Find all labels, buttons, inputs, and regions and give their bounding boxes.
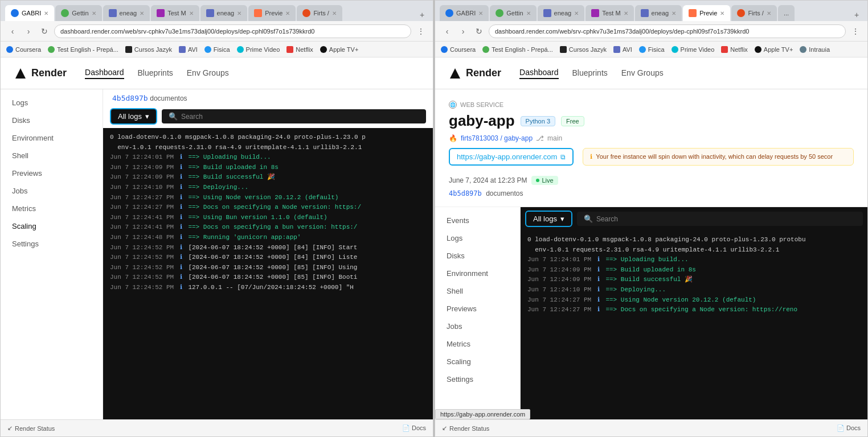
new-tab-btn-left[interactable]: + (416, 9, 428, 21)
address-bar-right[interactable]: dashboard.render.com/web/srv-cphkv7u3e1m… (489, 24, 846, 38)
bookmark-cursos-right[interactable]: Cursos Jazyk (560, 46, 607, 53)
sidebar-item-settings-right[interactable]: Settings (435, 370, 520, 388)
sidebar-item-previews-right[interactable]: Previews (435, 300, 520, 318)
bookmark-prime-left[interactable]: Prime Video (237, 46, 280, 53)
tab-eneag1-right[interactable]: eneag ✕ (538, 5, 585, 21)
tab-previe-left[interactable]: Previe ✕ (248, 5, 296, 21)
tab-testm-left[interactable]: Test M ✕ (151, 5, 199, 21)
left-search-placeholder: Search (181, 113, 203, 121)
right-logs-dropdown[interactable]: All logs ▾ (525, 211, 572, 227)
sidebar-item-settings-left[interactable]: Settings (1, 235, 103, 253)
back-btn-right[interactable]: ‹ (441, 25, 453, 38)
forward-btn-right[interactable]: › (457, 25, 469, 38)
tab-gettin-right[interactable]: Gettin ✕ (490, 5, 536, 21)
address-bar-left[interactable]: dashboard.render.com/web/srv-cphkv7u3e1m… (54, 24, 411, 38)
nav-blueprints-right[interactable]: Blueprints (572, 68, 608, 79)
bookmark-intrauia-right[interactable]: Intrauia (800, 46, 830, 53)
render-logo-right[interactable]: Render (449, 67, 501, 80)
render-status-icon-left: ↙ (7, 424, 13, 432)
new-tab-btn-right[interactable]: + (850, 9, 863, 21)
bookmark-prime-right[interactable]: Prime Video (672, 46, 715, 53)
tab-eneag1-right-close[interactable]: ✕ (574, 10, 579, 17)
tab-testm-right[interactable]: Test M ✕ (586, 5, 633, 21)
left-commit-hash: 4b5d897b (112, 94, 148, 102)
reload-btn-right[interactable]: ↻ (473, 25, 485, 38)
bookmark-avi-left[interactable]: AVI (179, 46, 198, 53)
bookmark-testenglish-right[interactable]: Test English - Prepá... (482, 46, 553, 53)
sidebar-item-previews-left[interactable]: Previews (1, 164, 103, 182)
left-logs-search[interactable]: 🔍 Search (162, 109, 426, 123)
sidebar-item-disks-left[interactable]: Disks (1, 112, 103, 129)
tab-eneag2-right-close[interactable]: ✕ (672, 10, 676, 17)
tab-firts-left[interactable]: Firts / ✕ (297, 5, 342, 21)
address-text-right: dashboard.render.com/web/srv-cphkv7u3e1m… (495, 28, 749, 35)
bookmark-appletv-left[interactable]: Apple TV+ (320, 46, 358, 53)
tab-firts-right[interactable]: Firts / ✕ (731, 5, 777, 21)
tab-eneag1-left[interactable]: eneag ✕ (103, 5, 150, 21)
bookmark-testenglish-left[interactable]: Test English - Prepá... (48, 46, 118, 53)
forward-btn-left[interactable]: › (22, 25, 35, 38)
bookmark-fisica-left[interactable]: Fisica (204, 46, 230, 53)
tab-previe-left-close[interactable]: ✕ (285, 10, 290, 17)
back-btn-left[interactable]: ‹ (6, 25, 19, 38)
tab-eneag2-left-close[interactable]: ✕ (237, 10, 241, 17)
left-footer-render-status[interactable]: ↙ Render Status (7, 424, 55, 432)
sidebar-item-metrics-left[interactable]: Metrics (1, 200, 103, 217)
nav-blueprints-left[interactable]: Blueprints (138, 68, 173, 79)
tab-gettin-right-close[interactable]: ✕ (526, 10, 531, 17)
sidebar-item-disks-right[interactable]: Disks (435, 247, 520, 265)
bookmark-fisica-right[interactable]: Fisica (639, 46, 665, 53)
reload-btn-left[interactable]: ↻ (38, 25, 51, 38)
tab-eneag2-left[interactable]: eneag ✕ (200, 5, 248, 21)
render-logo-left[interactable]: Render (14, 67, 67, 80)
bookmark-coursera-left[interactable]: Coursera (6, 46, 41, 53)
right-footer-docs[interactable]: 📄 Docs (837, 424, 861, 432)
bookmark-netflix-left[interactable]: Netflix (286, 46, 313, 53)
sidebar-item-metrics-right[interactable]: Metrics (435, 335, 520, 353)
tab-gettin-left-close[interactable]: ✕ (92, 10, 96, 17)
tab-firts-right-close[interactable]: ✕ (767, 10, 771, 17)
sidebar-item-shell-left[interactable]: Shell (1, 147, 103, 164)
sidebar-item-scaling-left[interactable]: Scaling (1, 217, 103, 235)
right-footer-render-status[interactable]: ↙ Render Status (442, 424, 489, 432)
nav-dashboard-left[interactable]: Dashboard (85, 68, 124, 79)
sidebar-item-environment-left[interactable]: Environment (1, 129, 103, 147)
bookmark-cursos-left[interactable]: Cursos Jazyk (125, 46, 172, 53)
bookmark-appletv-right[interactable]: Apple TV+ (755, 46, 793, 53)
nav-dashboard-right[interactable]: Dashboard (519, 68, 559, 79)
tab-extra-right[interactable]: ... (778, 5, 795, 21)
tab-eneag1-left-close[interactable]: ✕ (140, 10, 144, 17)
extensions-btn-right[interactable]: ⋮ (849, 25, 862, 38)
sidebar-item-logs-left[interactable]: Logs (1, 94, 103, 112)
left-footer-docs[interactable]: 📄 Docs (402, 424, 426, 432)
service-url-box[interactable]: https://gaby-app.onrender.com ⧉ (449, 148, 574, 166)
sidebar-item-shell-right[interactable]: Shell (435, 282, 520, 300)
tab-previe-right-close[interactable]: ✕ (720, 10, 724, 17)
sidebar-item-scaling-right[interactable]: Scaling (435, 353, 520, 370)
extensions-btn-left[interactable]: ⋮ (415, 25, 427, 38)
tab-testm-right-close[interactable]: ✕ (624, 10, 628, 17)
sidebar-item-logs-right[interactable]: Logs (435, 229, 520, 247)
nav-envgroups-right[interactable]: Env Groups (621, 68, 664, 79)
tab-gabri-right[interactable]: GABRI ✕ (440, 5, 489, 21)
bookmark-coursera-right[interactable]: Coursera (441, 46, 476, 53)
tab-gabri-right-close[interactable]: ✕ (478, 10, 483, 17)
left-logs-dropdown[interactable]: All logs ▾ (110, 108, 157, 125)
sidebar-item-jobs-right[interactable]: Jobs (435, 318, 520, 335)
tab-eneag2-right[interactable]: eneag ✕ (635, 5, 682, 21)
nav-envgroups-left[interactable]: Env Groups (187, 68, 229, 79)
sidebar-item-jobs-left[interactable]: Jobs (1, 182, 103, 200)
bookmark-netflix-right[interactable]: Netflix (721, 46, 748, 53)
sidebar-item-environment-right[interactable]: Environment (435, 265, 520, 282)
tab-testm-left-close[interactable]: ✕ (189, 10, 194, 17)
tab-gettin-left[interactable]: Gettin ✕ (55, 5, 101, 21)
copy-icon[interactable]: ⧉ (560, 153, 566, 161)
tab-previe-right[interactable]: Previe ✕ (683, 5, 730, 21)
bookmark-avi-right[interactable]: AVI (613, 46, 632, 53)
tab-gabri-left[interactable]: GABRI ✕ (5, 5, 54, 21)
tab-gabri-left-close[interactable]: ✕ (44, 10, 48, 17)
tab-firts-left-close[interactable]: ✕ (332, 10, 337, 17)
sidebar-item-events-right[interactable]: Events (435, 212, 520, 229)
right-logs-search[interactable]: 🔍 Search (577, 212, 863, 226)
service-repo-link[interactable]: firts7813003 / gaby-app (461, 134, 533, 142)
